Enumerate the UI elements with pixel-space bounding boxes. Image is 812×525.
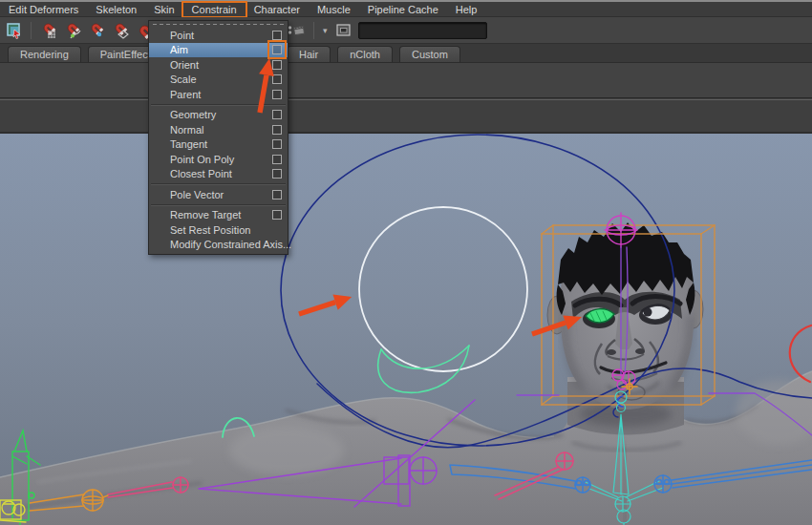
- menu-item-orient[interactable]: Orient: [149, 57, 288, 73]
- menu-item-label: Aim: [170, 44, 272, 55]
- toolbar-divider: [31, 22, 32, 39]
- snap-curve-magnet-icon[interactable]: [61, 20, 82, 41]
- crescent-control[interactable]: [378, 346, 469, 392]
- option-box-icon[interactable]: [272, 210, 282, 220]
- option-box-icon[interactable]: [272, 155, 282, 164]
- menu-item-label: Orient: [170, 59, 272, 71]
- shelf-tabs-row: RenderingPaintEffects HairnClothCustom: [0, 44, 812, 63]
- selection-mask-icon[interactable]: [333, 20, 354, 41]
- option-box-icon[interactable]: [272, 60, 282, 70]
- toolbar-divider: [313, 22, 314, 39]
- menu-item-label: Closest Point: [170, 168, 272, 179]
- arrow-to-circle: [296, 289, 353, 322]
- menubar-item-constrain[interactable]: Constrain: [183, 3, 246, 16]
- option-box-icon[interactable]: [272, 125, 282, 135]
- menu-item-label: Pole Vector: [170, 189, 272, 200]
- shelf-tab-ncloth[interactable]: nCloth: [337, 46, 393, 62]
- shelf-content: [0, 63, 812, 98]
- toolbar: ▾: [0, 17, 812, 44]
- shelf-tab-rendering[interactable]: Rendering: [8, 46, 81, 62]
- menu-item-label: Parent: [170, 89, 272, 100]
- menu-item-label: Scale: [170, 74, 272, 85]
- menu-item-remove-target[interactable]: Remove Target: [149, 208, 288, 223]
- menu-item-label: Remove Target: [170, 209, 272, 220]
- eye-aim-circle-control[interactable]: [359, 207, 527, 371]
- option-box-icon[interactable]: [272, 190, 282, 200]
- dropdown-caret-icon[interactable]: ▾: [321, 26, 330, 35]
- option-box-icon[interactable]: [272, 31, 282, 40]
- menu-item-aim[interactable]: Aim: [149, 43, 288, 58]
- menu-separator: [151, 183, 286, 185]
- option-box-icon[interactable]: [272, 169, 282, 178]
- menu-item-parent[interactable]: Parent: [149, 87, 288, 102]
- menu-item-label: Tangent: [170, 138, 272, 150]
- panel-strip: [0, 99, 812, 134]
- menubar-item-skin[interactable]: Skin: [145, 3, 182, 16]
- menubar-item-pipeline-cache[interactable]: Pipeline Cache: [359, 3, 447, 16]
- menubar: Edit DeformersSkeletonSkinConstrainChara…: [0, 0, 812, 17]
- shelf-tab-custom[interactable]: Custom: [399, 46, 460, 62]
- menu-item-set-rest-position[interactable]: Set Rest Position: [149, 222, 288, 238]
- menu-item-geometry[interactable]: Geometry: [149, 108, 288, 123]
- menubar-item-edit-deformers[interactable]: Edit Deformers: [0, 3, 87, 16]
- menu-item-label: Point: [170, 30, 272, 41]
- menu-item-normal[interactable]: Normal: [149, 122, 288, 137]
- option-box-icon[interactable]: [272, 90, 282, 99]
- menubar-item-skeleton[interactable]: Skeleton: [87, 3, 145, 16]
- constrain-menu: PointAimOrientScaleParentGeometryNormalT…: [148, 20, 288, 255]
- menu-item-scale[interactable]: Scale: [149, 73, 288, 88]
- menubar-item-muscle[interactable]: Muscle: [309, 3, 359, 16]
- menu-separator: [151, 104, 286, 106]
- menubar-items: Edit DeformersSkeletonSkinConstrainChara…: [0, 3, 485, 16]
- menu-item-label: Set Rest Position: [170, 224, 282, 236]
- menu-item-point[interactable]: Point: [149, 28, 288, 43]
- option-box-icon[interactable]: [272, 74, 282, 84]
- shelf-tab-hair[interactable]: Hair: [287, 46, 331, 62]
- toolbar-right-icons: ▾: [286, 17, 487, 43]
- menubar-item-character[interactable]: Character: [246, 3, 309, 16]
- option-box-icon[interactable]: [272, 45, 282, 54]
- render-clapperboard-icon[interactable]: [286, 20, 307, 41]
- option-box-icon[interactable]: [272, 110, 282, 119]
- menu-tear-off[interactable]: [149, 21, 288, 28]
- snap-grid-magnet-icon[interactable]: [37, 20, 58, 41]
- menu-item-pole-vector[interactable]: Pole Vector: [149, 187, 288, 202]
- menu-item-label: Geometry: [170, 109, 272, 120]
- snap-center-magnet-icon[interactable]: [109, 20, 130, 41]
- option-box-icon[interactable]: [272, 139, 282, 149]
- toolbar-input[interactable]: [358, 22, 487, 39]
- select-tool-icon[interactable]: [4, 20, 25, 41]
- menu-item-label: Point On Poly: [170, 154, 272, 165]
- shelf-tabs-right: HairnClothCustom: [287, 46, 467, 62]
- viewport[interactable]: [0, 134, 812, 525]
- menu-item-label: Normal: [170, 124, 272, 136]
- toolbar-left-icons: [0, 20, 154, 41]
- menu-item-modify-constrained-axis[interactable]: Modify Constrained Axis...: [149, 238, 288, 253]
- menu-item-point-on-poly[interactable]: Point On Poly: [149, 152, 288, 167]
- menu-item-closest-point[interactable]: Closest Point: [149, 167, 288, 182]
- body-shoulders-arm[interactable]: [0, 371, 812, 525]
- constrain-menu-items: PointAimOrientScaleParentGeometryNormalT…: [149, 28, 288, 252]
- character-mesh[interactable]: [0, 222, 812, 525]
- snap-point-magnet-icon[interactable]: [85, 20, 106, 41]
- menu-item-tangent[interactable]: Tangent: [149, 137, 288, 153]
- menu-item-label: Modify Constrained Axis...: [170, 239, 291, 250]
- maya-window: Edit DeformersSkeletonSkinConstrainChara…: [0, 0, 812, 525]
- menu-separator: [151, 204, 286, 206]
- menubar-item-help[interactable]: Help: [447, 3, 486, 16]
